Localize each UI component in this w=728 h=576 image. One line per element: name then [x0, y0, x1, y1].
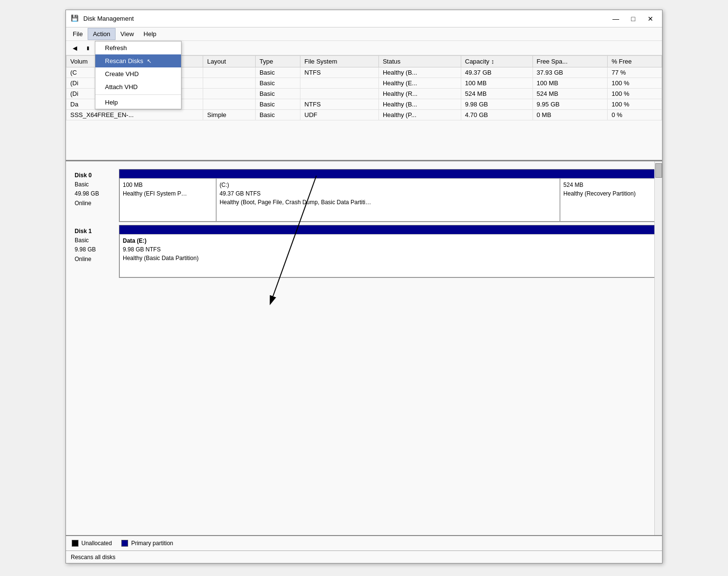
unallocated-color [72, 540, 78, 547]
col-filesystem: File System [300, 56, 379, 67]
title-bar-left: 💾 Disk Management [71, 14, 134, 23]
col-freespace: Free Spa... [533, 56, 608, 67]
disk-info: Disk 1Basic9.98 GBOnline [71, 225, 119, 278]
col-pctfree: % Free [608, 56, 662, 67]
table-cell: 77 % [608, 67, 662, 78]
title-controls: — □ ✕ [609, 13, 657, 24]
table-cell: 4.70 GB [461, 110, 533, 120]
table-cell [300, 89, 379, 99]
table-cell: 0 MB [533, 110, 608, 120]
fwd-button[interactable]: ▮ [82, 43, 94, 53]
col-capacity: Capacity ↕ [461, 56, 533, 67]
table-cell: Healthy (R... [378, 89, 461, 99]
disk-row-0: Disk 0Basic49.98 GBOnline100 MBHealthy (… [71, 169, 657, 222]
partition-0[interactable]: 100 MBHealthy (EFI System P… [119, 178, 216, 222]
menu-help[interactable]: Help [139, 28, 161, 39]
col-type: Type [255, 56, 300, 67]
disk-partitions: Data (E:)9.98 GB NTFSHealthy (Basic Data… [119, 225, 657, 278]
table-cell: NTFS [300, 99, 379, 110]
table-cell: Healthy (P... [378, 110, 461, 120]
disk-bar [119, 225, 657, 234]
table-cell: 9.95 GB [533, 99, 608, 110]
table-cell: 100 % [608, 99, 662, 110]
table-cell: 524 MB [461, 89, 533, 99]
partitions-content: Data (E:)9.98 GB NTFSHealthy (Basic Data… [119, 234, 657, 277]
table-cell: Basic [255, 78, 300, 89]
primary-color [121, 540, 128, 547]
minimize-button[interactable]: — [609, 13, 623, 24]
disk-view-area: Disk 0Basic49.98 GBOnline100 MBHealthy (… [66, 161, 662, 535]
table-cell: 49.37 GB [461, 67, 533, 78]
disk-info: Disk 0Basic49.98 GBOnline [71, 169, 119, 222]
disk-row-1: Disk 1Basic9.98 GBOnlineData (E:)9.98 GB… [71, 225, 657, 278]
back-button[interactable]: ◀ [69, 43, 80, 53]
col-status: Status [378, 56, 461, 67]
disk-partitions: 100 MBHealthy (EFI System P…(C:)49.37 GB… [119, 169, 657, 222]
close-button[interactable]: ✕ [644, 13, 657, 24]
status-bar: Rescans all disks [66, 550, 662, 563]
table-cell: 0 % [608, 110, 662, 120]
table-cell: Basic [255, 110, 300, 120]
table-cell: 100 MB [461, 78, 533, 89]
table-cell: Basic [255, 99, 300, 110]
table-cell: 9.98 GB [461, 99, 533, 110]
partition-1[interactable]: (C:)49.37 GB NTFSHealthy (Boot, Page Fil… [216, 178, 560, 222]
partition-2[interactable]: 524 MBHealthy (Recovery Partition) [560, 178, 657, 222]
table-cell: Simple [203, 110, 256, 120]
action-dropdown: Refresh Rescan Disks ↖ Create VHD Attach… [95, 41, 182, 109]
col-layout: Layout [203, 56, 256, 67]
table-cell: 524 MB [533, 89, 608, 99]
partition-0[interactable]: Data (E:)9.98 GB NTFSHealthy (Basic Data… [119, 234, 657, 277]
table-cell [300, 78, 379, 89]
disk-bar [119, 170, 657, 178]
partitions-content: 100 MBHealthy (EFI System P…(C:)49.37 GB… [119, 178, 657, 222]
menu-bar: File Action View Help Refresh Rescan Dis… [66, 27, 662, 41]
app-icon: 💾 [71, 14, 79, 23]
table-cell: Basic [255, 67, 300, 78]
table-row[interactable]: SSS_X64FREE_EN-...SimpleBasicUDFHealthy … [66, 110, 662, 120]
table-cell: Basic [255, 89, 300, 99]
menu-view[interactable]: View [116, 28, 139, 39]
table-cell: UDF [300, 110, 379, 120]
table-cell: 37.93 GB [533, 67, 608, 78]
menu-separator [95, 94, 181, 95]
scrollbar-vertical[interactable] [654, 161, 662, 535]
table-cell: 100 % [608, 89, 662, 99]
maximize-button[interactable]: □ [626, 13, 640, 24]
menu-create-vhd[interactable]: Create VHD [95, 67, 181, 80]
menu-action[interactable]: Action [88, 28, 116, 40]
scrollbar-thumb[interactable] [655, 163, 662, 178]
legend-unallocated: Unallocated [72, 540, 112, 547]
disk-rows-container: Disk 0Basic49.98 GBOnline100 MBHealthy (… [66, 169, 662, 278]
table-cell [203, 99, 256, 110]
menu-refresh[interactable]: Refresh [95, 41, 181, 54]
legend-primary: Primary partition [121, 540, 173, 547]
primary-label: Primary partition [131, 540, 173, 547]
title-bar: 💾 Disk Management — □ ✕ [66, 10, 662, 27]
table-cell: 100 % [608, 78, 662, 89]
unallocated-label: Unallocated [81, 540, 112, 547]
table-cell: Healthy (E... [378, 78, 461, 89]
main-area: Volum Layout Type File System Status Cap… [66, 55, 662, 550]
table-cell: 100 MB [533, 78, 608, 89]
table-cell [203, 67, 256, 78]
table-cell: NTFS [300, 67, 379, 78]
menu-file[interactable]: File [68, 28, 88, 39]
window-title: Disk Management [83, 15, 134, 22]
table-cell: SSS_X64FREE_EN-... [66, 110, 203, 120]
table-cell: Healthy (B... [378, 99, 461, 110]
menu-attach-vhd[interactable]: Attach VHD [95, 80, 181, 93]
status-text: Rescans all disks [71, 554, 116, 561]
legend-bar: Unallocated Primary partition [66, 535, 662, 550]
menu-help-item[interactable]: Help [95, 96, 181, 109]
table-cell [203, 78, 256, 89]
table-cell [203, 89, 256, 99]
main-window: 💾 Disk Management — □ ✕ File Action View… [65, 10, 663, 563]
menu-rescan-disks[interactable]: Rescan Disks ↖ [95, 54, 181, 67]
table-cell: Healthy (B... [378, 67, 461, 78]
